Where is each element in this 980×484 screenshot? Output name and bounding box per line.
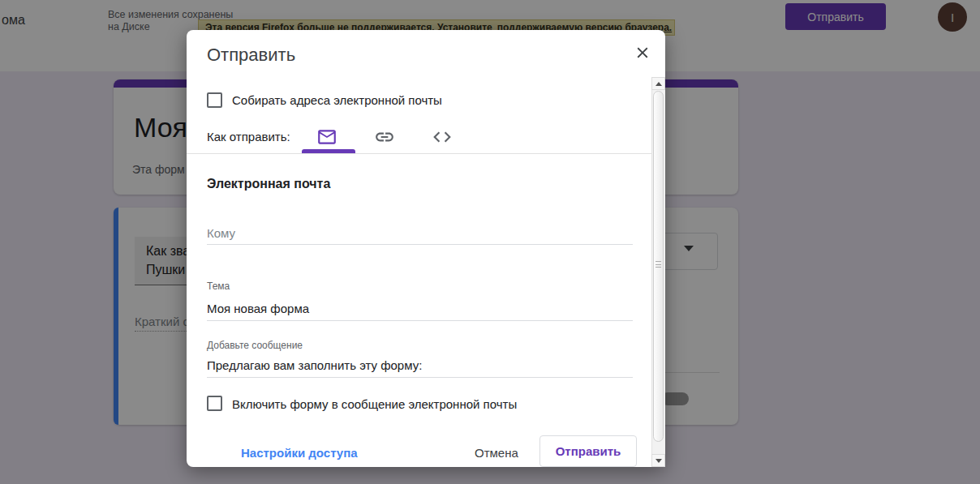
subject-label: Тема [207, 281, 230, 292]
tabs-divider [187, 153, 665, 154]
email-section-title: Электронная почта [207, 177, 330, 191]
subject-underline [207, 320, 633, 321]
tab-link[interactable] [374, 126, 397, 146]
to-field-underline [207, 244, 633, 245]
dialog-send-button[interactable]: Отправить [539, 435, 637, 467]
collect-emails-checkbox[interactable] [207, 92, 222, 108]
message-label: Добавьте сообщение [207, 340, 303, 351]
screen: ома Все изменения сохранены на Диске Эта… [0, 0, 980, 484]
message-underline [207, 377, 633, 378]
include-form-label: Включить форму в сообщение электронной п… [232, 397, 517, 411]
include-form-checkbox[interactable] [207, 396, 222, 411]
collect-emails-label: Собирать адреса электронной почты [232, 93, 442, 107]
scrollbar-up-arrow[interactable] [651, 77, 665, 90]
dialog-title: Отправить [207, 45, 295, 66]
access-settings-link[interactable]: Настройки доступа [241, 446, 358, 460]
to-field[interactable]: Кому [207, 226, 235, 240]
envelope-icon [318, 130, 336, 143]
tab-embed[interactable] [432, 126, 454, 146]
scrollbar-grip [655, 261, 661, 268]
cancel-button[interactable]: Отмена [475, 446, 518, 460]
close-icon[interactable] [634, 44, 651, 62]
subject-field[interactable]: Моя новая форма [207, 302, 309, 315]
send-via-label: Как отправить: [207, 130, 290, 143]
scrollbar-down-arrow[interactable] [651, 454, 665, 467]
message-field[interactable]: Предлагаю вам заполнить эту форму: [207, 358, 422, 372]
embed-code-icon [433, 132, 451, 143]
tab-email[interactable] [316, 126, 339, 146]
link-icon [376, 133, 393, 142]
